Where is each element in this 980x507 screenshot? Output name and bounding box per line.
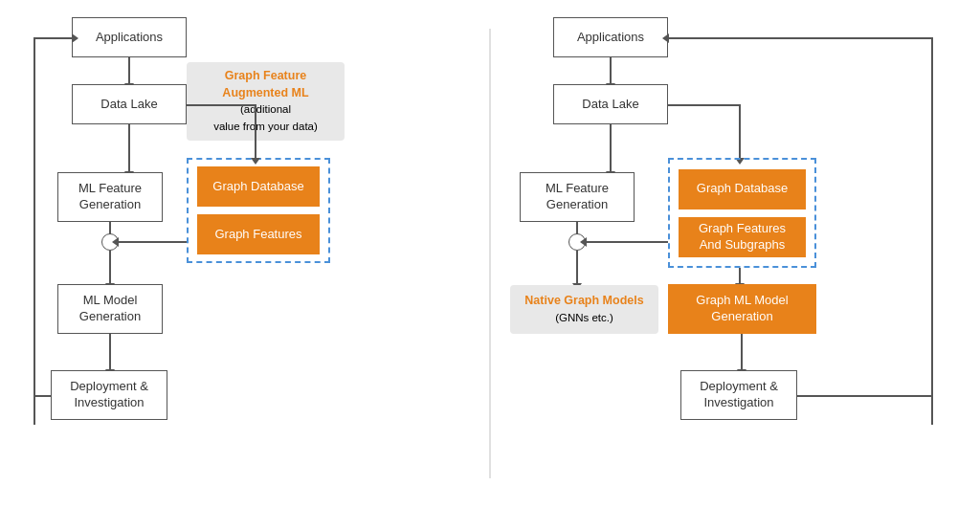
left-arrow-ml-to-circle xyxy=(109,222,111,234)
left-loop-left-v xyxy=(33,37,35,425)
left-graph-group: Graph Database Graph Features xyxy=(187,158,330,263)
right-arrow-graphgroup-to-model xyxy=(739,268,741,284)
main-container: Graph FeatureAugmented ML (additionalval… xyxy=(0,0,980,507)
left-ml-model-label: ML ModelGeneration xyxy=(79,293,141,325)
right-deployment-label: Deployment &Investigation xyxy=(700,379,778,411)
right-arrow-circle-to-model xyxy=(576,251,578,284)
left-graph-database-label: Graph Database xyxy=(212,179,303,195)
right-graph-ml-model-box: Graph ML ModelGeneration xyxy=(668,284,816,334)
left-arrow-datalake-to-ml xyxy=(128,124,130,172)
right-loop-right-v xyxy=(931,37,933,425)
right-arrow-ml-to-circle xyxy=(576,222,578,234)
left-graph-features-box: Graph Features xyxy=(197,214,320,254)
left-graph-database-box: Graph Database xyxy=(197,166,320,207)
right-graph-database-box: Graph Database xyxy=(679,169,806,209)
right-arrow-graph-to-circle xyxy=(586,241,668,243)
right-graph-database-label: Graph Database xyxy=(697,181,788,197)
right-label-box: Native Graph Models (GNNs etc.) xyxy=(510,285,658,334)
right-datalake-box: Data Lake xyxy=(553,84,668,124)
left-loop-top-h xyxy=(33,37,73,39)
left-arrow-datalake-to-graph-h xyxy=(187,104,256,106)
right-loop-top-h xyxy=(668,37,932,39)
left-label-box: Graph FeatureAugmented ML (additionalval… xyxy=(187,62,345,141)
right-arrow-model-to-deploy xyxy=(741,334,743,370)
right-graph-features-box: Graph FeaturesAnd Subgraphs xyxy=(679,217,806,257)
left-datalake-box: Data Lake xyxy=(72,84,187,124)
left-datalake-label: Data Lake xyxy=(100,97,157,113)
left-ml-model-box: ML ModelGeneration xyxy=(57,284,163,334)
left-applications-label: Applications xyxy=(96,30,163,46)
left-graph-features-label: Graph Features xyxy=(214,227,301,243)
left-label-subtitle: (additionalvalue from your data) xyxy=(213,103,318,132)
right-deployment-box: Deployment &Investigation xyxy=(680,370,797,420)
left-arrow-circle-to-model xyxy=(109,251,111,284)
right-ml-feature-label: ML FeatureGeneration xyxy=(546,181,609,213)
right-graph-group: Graph Database Graph FeaturesAnd Subgrap… xyxy=(668,158,816,268)
left-arrow-model-to-deploy xyxy=(109,334,111,370)
center-divider xyxy=(489,29,491,478)
left-ml-feature-label: ML FeatureGeneration xyxy=(78,181,142,213)
right-arrow-datalake-to-graph-h xyxy=(668,104,740,106)
right-graph-features-label: Graph FeaturesAnd Subgraphs xyxy=(699,221,786,254)
left-ml-feature-box: ML FeatureGeneration xyxy=(57,172,163,222)
right-datalake-label: Data Lake xyxy=(582,97,638,113)
left-arrow-graph-to-circle xyxy=(118,241,187,243)
right-arrow-app-to-datalake xyxy=(610,57,612,84)
right-label-subtitle: (GNNs etc.) xyxy=(555,312,613,323)
left-arrow-to-graph-v xyxy=(255,104,256,159)
right-applications-label: Applications xyxy=(577,30,644,46)
left-deployment-box: Deployment &Investigation xyxy=(51,370,167,420)
right-label-title: Native Graph Models xyxy=(524,294,643,307)
left-applications-box: Applications xyxy=(72,17,187,57)
right-applications-box: Applications xyxy=(553,17,668,57)
left-loop-bottom-h xyxy=(33,395,51,397)
right-loop-bottom-h xyxy=(797,395,933,397)
right-graph-ml-model-label: Graph ML ModelGeneration xyxy=(696,293,788,325)
right-diagram: Applications Data Lake ML FeatureGenerat… xyxy=(501,10,961,497)
left-diagram: Graph FeatureAugmented ML (additionalval… xyxy=(19,10,479,497)
right-ml-feature-box: ML FeatureGeneration xyxy=(520,172,635,222)
right-arrow-datalake-to-ml xyxy=(610,124,612,172)
right-arrow-to-graph-v xyxy=(739,104,741,159)
left-deployment-label: Deployment &Investigation xyxy=(70,379,148,411)
left-arrow-app-to-datalake xyxy=(128,57,130,84)
left-label-title: Graph FeatureAugmented ML xyxy=(222,69,308,99)
